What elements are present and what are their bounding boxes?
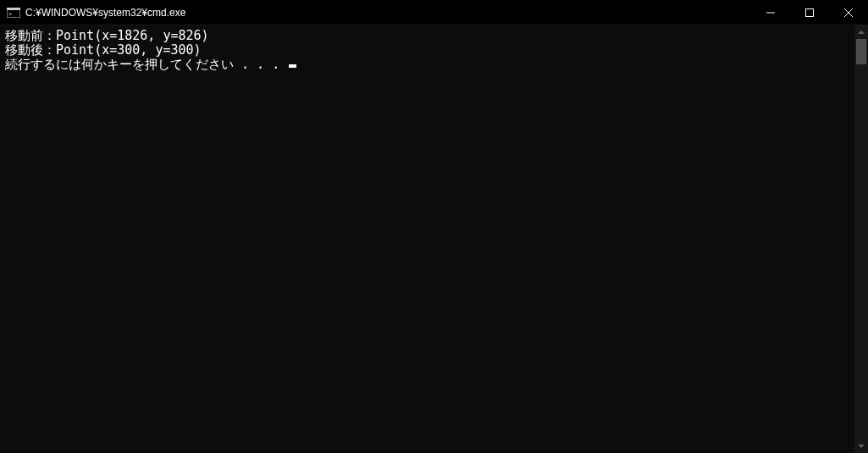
titlebar-left: >_ C:¥WINDOWS¥system32¥cmd.exe	[0, 7, 185, 19]
svg-text:>_: >_	[8, 11, 16, 18]
scroll-up-arrow-icon[interactable]	[854, 25, 868, 39]
output-line: 移動後：Point(x=300, y=300)	[5, 43, 849, 58]
terminal-area: 移動前：Point(x=1826, y=826)移動後：Point(x=300,…	[0, 25, 868, 453]
output-line: 続行するには何かキーを押してください . . .	[5, 58, 849, 72]
minimize-button[interactable]	[751, 0, 790, 25]
maximize-button[interactable]	[790, 0, 829, 25]
output-line: 移動前：Point(x=1826, y=826)	[5, 29, 849, 43]
titlebar: >_ C:¥WINDOWS¥system32¥cmd.exe	[0, 0, 868, 25]
terminal-output[interactable]: 移動前：Point(x=1826, y=826)移動後：Point(x=300,…	[0, 25, 854, 453]
svg-rect-1	[7, 8, 20, 10]
scroll-down-arrow-icon[interactable]	[854, 439, 868, 453]
svg-rect-4	[806, 9, 814, 17]
cmd-icon: >_	[7, 7, 20, 19]
prompt-text: 続行するには何かキーを押してください . . .	[5, 57, 287, 72]
close-button[interactable]	[829, 0, 868, 25]
scroll-thumb[interactable]	[856, 39, 866, 64]
window-title: C:¥WINDOWS¥system32¥cmd.exe	[25, 7, 185, 19]
vertical-scrollbar[interactable]	[854, 25, 868, 453]
svg-marker-8	[858, 445, 865, 448]
svg-marker-7	[858, 30, 865, 34]
cursor	[289, 64, 296, 68]
window-controls	[751, 0, 868, 25]
